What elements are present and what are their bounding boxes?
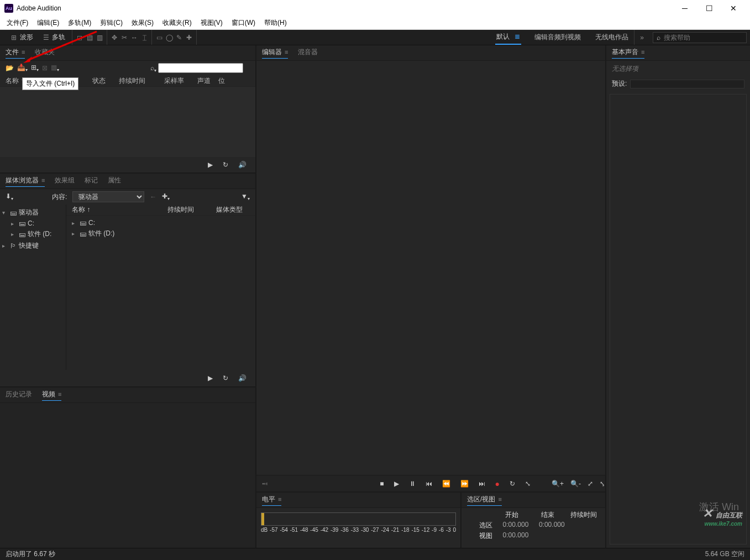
menu-edit[interactable]: 编辑(E) (33, 17, 64, 29)
files-search-box[interactable]: ⌕▾ (150, 63, 250, 73)
col-duration[interactable]: 持续时间 (119, 76, 145, 86)
sel-start-value[interactable]: 0:00.000 (495, 521, 528, 530)
skip-selection-button[interactable]: ⤡ (525, 480, 531, 488)
tab-mixer[interactable]: 混音器 (298, 48, 318, 58)
razor-tool-icon[interactable]: ✂ (120, 34, 128, 41)
tab-essential-sound[interactable]: 基本声音 ≡ (612, 48, 644, 59)
go-to-start-button[interactable]: ⏮ (426, 480, 432, 488)
open-file-icon[interactable]: 📂 (6, 64, 14, 72)
menu-window[interactable]: 窗口(W) (227, 17, 260, 29)
stop-button[interactable]: ■ (380, 480, 384, 488)
loop-button[interactable]: ↻ (510, 480, 515, 488)
panel-menu-icon[interactable]: ≡ (496, 496, 501, 503)
workspace-overflow-button[interactable]: » (634, 30, 649, 45)
list-item[interactable]: ▸🖴C: (71, 218, 251, 228)
autoplay-icon[interactable]: 🔊 (238, 161, 246, 169)
tree-item[interactable]: ▸🏳快捷键 (1, 240, 65, 252)
menu-file[interactable]: 文件(F) (2, 17, 33, 29)
media-import-icon[interactable]: ⬇▾ (6, 192, 13, 201)
tree-item[interactable]: ▸🖴C: (1, 218, 65, 228)
import-file-icon[interactable]: 📥▾ (17, 64, 28, 72)
add-shortcut-icon[interactable]: ✚▾ (162, 192, 170, 201)
panel-menu-icon[interactable]: ≡ (20, 49, 25, 55)
files-search-input[interactable] (158, 63, 243, 73)
col-media-type[interactable]: 媒体类型 (216, 205, 243, 214)
window-minimize-button[interactable]: ─ (673, 1, 697, 16)
spectral-freq-icon[interactable]: ▥ (96, 34, 103, 41)
play-preview-icon[interactable]: ▶ (208, 161, 213, 169)
col-sample-rate[interactable]: 采样率 (164, 76, 184, 86)
pause-button[interactable]: ⏸ (409, 480, 416, 488)
spectral-pitch-icon[interactable]: ▤ (86, 34, 93, 41)
tab-favorites[interactable]: 收藏夹 (35, 48, 55, 58)
tab-levels[interactable]: 电平 ≡ (262, 495, 281, 506)
hud-icon[interactable]: ◻ (76, 34, 83, 41)
tab-selection-view[interactable]: 选区/视图 ≡ (467, 495, 502, 506)
workspace-default[interactable]: 默认 ≣ (495, 30, 521, 45)
workspace-radio-production[interactable]: 无线电作品 (594, 30, 630, 44)
window-close-button[interactable]: ✕ (721, 1, 746, 16)
list-item[interactable]: ▸🖴软件 (D:) (71, 228, 251, 239)
tab-effects-rack[interactable]: 效果组 (55, 176, 75, 186)
sel-end-value[interactable]: 0:00.000 (531, 521, 564, 530)
panel-menu-icon[interactable]: ≡ (276, 496, 281, 503)
rewind-far-icon[interactable]: ⤟ (262, 480, 268, 488)
lasso-tool-icon[interactable]: ◯ (165, 34, 173, 41)
window-maximize-button[interactable]: ☐ (697, 1, 721, 16)
col-status[interactable]: 状态 (92, 76, 106, 86)
editor-canvas[interactable] (256, 61, 605, 475)
tab-files[interactable]: 文件 ≡ (6, 48, 25, 59)
brush-tool-icon[interactable]: ✎ (175, 34, 183, 41)
menu-help[interactable]: 帮助(H) (260, 17, 291, 29)
workspace-edit-audio-to-video[interactable]: 编辑音频到视频 (533, 30, 582, 44)
zoom-in-icon[interactable]: 🔍+ (552, 480, 564, 488)
zoom-selection-icon[interactable]: ⤣ (600, 480, 605, 488)
col-duration[interactable]: 持续时间 (167, 205, 194, 214)
forward-button[interactable]: ⏩ (460, 480, 469, 488)
filter-icon[interactable]: ▼▾ (241, 192, 250, 201)
help-search-input[interactable] (664, 34, 743, 41)
new-file-icon[interactable]: ⊞▾ (31, 64, 39, 72)
menu-multitrack[interactable]: 多轨(M) (64, 17, 96, 29)
panel-menu-icon[interactable]: ≡ (56, 391, 61, 397)
col-channels[interactable]: 声道 (197, 76, 211, 86)
tree-item[interactable]: ▾🖴驱动器 (1, 207, 65, 218)
menu-effects[interactable]: 效果(S) (127, 17, 158, 29)
zoom-out-icon[interactable]: 🔍- (570, 480, 581, 488)
time-select-tool-icon[interactable]: ⌶ (140, 34, 148, 41)
heal-tool-icon[interactable]: ✚ (185, 34, 193, 41)
col-name[interactable]: 名称 ↑ (6, 76, 24, 86)
move-tool-icon[interactable]: ✥ (111, 34, 118, 41)
tab-editor[interactable]: 编辑器 ≡ (262, 48, 288, 59)
tree-item[interactable]: ▸🖴软件 (D: (1, 228, 65, 240)
slip-tool-icon[interactable]: ↔ (130, 34, 138, 41)
record-button[interactable]: ● (495, 479, 500, 488)
menu-clip[interactable]: 剪辑(C) (96, 17, 127, 29)
menu-favorites[interactable]: 收藏夹(R) (158, 17, 196, 29)
loop-preview-icon[interactable]: ↻ (223, 374, 228, 382)
back-icon[interactable]: ← (150, 193, 156, 201)
tab-video[interactable]: 视频 ≡ (42, 390, 61, 401)
view-start-value[interactable]: 0:00.000 (495, 531, 528, 541)
play-button[interactable]: ▶ (394, 480, 399, 488)
panel-menu-icon[interactable]: ≡ (283, 49, 288, 55)
panel-menu-icon[interactable]: ≡ (639, 49, 644, 55)
tab-markers[interactable]: 标记 (85, 176, 98, 186)
go-to-end-button[interactable]: ⏭ (479, 480, 485, 488)
multitrack-mode-button[interactable]: ☰ 多轨 (39, 32, 69, 43)
help-search-box[interactable]: ⌕ (653, 32, 747, 43)
tab-properties[interactable]: 属性 (108, 176, 121, 186)
menu-view[interactable]: 视图(V) (196, 17, 227, 29)
content-dropdown[interactable]: 驱动器 (72, 191, 144, 202)
col-name[interactable]: 名称 ↑ (72, 205, 90, 214)
waveform-mode-button[interactable]: ⊞ 波形 (7, 32, 36, 43)
rewind-button[interactable]: ⏪ (442, 480, 450, 488)
zoom-full-icon[interactable]: ⤢ (588, 480, 593, 488)
panel-menu-icon[interactable]: ≡ (40, 177, 45, 184)
loop-preview-icon[interactable]: ↻ (223, 161, 228, 169)
autoplay-icon[interactable]: 🔊 (238, 374, 246, 382)
play-preview-icon[interactable]: ▶ (208, 374, 213, 382)
marquee-tool-icon[interactable]: ▭ (155, 34, 163, 41)
tab-history[interactable]: 历史记录 (6, 390, 32, 400)
col-bit[interactable]: 位 (218, 76, 225, 86)
